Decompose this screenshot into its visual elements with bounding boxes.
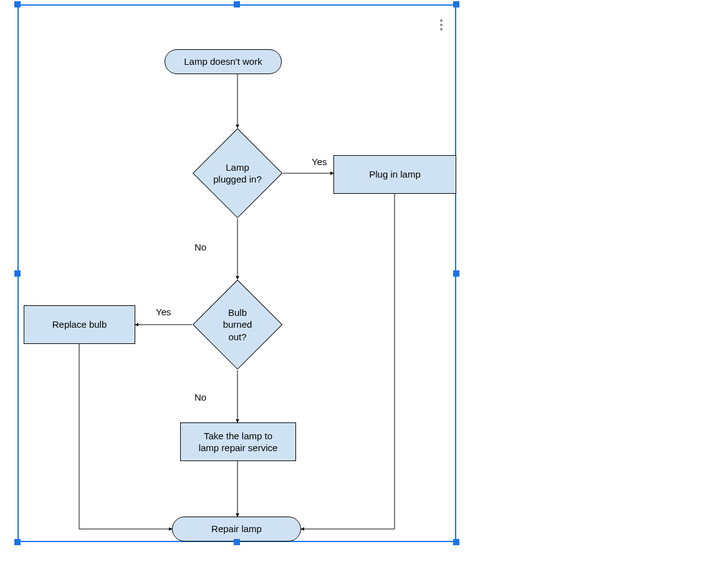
node-text: Lamp plugged in? <box>213 161 262 186</box>
node-text: Lamp doesn't work <box>184 55 262 68</box>
selection-handle-top-left[interactable] <box>14 1 21 7</box>
selection-bounding-box[interactable] <box>17 4 456 542</box>
decision-lamp-plugged-in[interactable]: Lamp plugged in? <box>192 128 283 219</box>
process-replace-bulb[interactable]: Replace bulb <box>24 305 135 344</box>
selection-handle-top-right[interactable] <box>453 1 459 7</box>
node-text: Repair lamp <box>211 523 262 535</box>
process-take-to-repair-service[interactable]: Take the lamp to lamp repair service <box>180 422 296 461</box>
edge-label-bulb-yes: Yes <box>156 307 171 317</box>
edge-label-plugged-yes: Yes <box>312 156 327 167</box>
edge-label-plugged-no: No <box>194 242 206 252</box>
terminator-repair-lamp[interactable]: Repair lamp <box>172 517 301 541</box>
kebab-dot-icon <box>440 24 443 26</box>
process-plug-in-lamp[interactable]: Plug in lamp <box>333 155 456 194</box>
selection-handle-middle-right[interactable] <box>453 270 459 277</box>
terminator-start[interactable]: Lamp doesn't work <box>165 49 282 74</box>
selection-handle-top-center[interactable] <box>234 1 240 7</box>
selection-handle-bottom-left[interactable] <box>14 539 21 545</box>
more-options-button[interactable] <box>438 17 445 32</box>
selection-handle-bottom-center[interactable] <box>234 539 240 545</box>
selection-handle-middle-left[interactable] <box>14 270 21 277</box>
decision-bulb-burned-out[interactable]: Bulb burned out? <box>192 279 283 370</box>
node-text: Replace bulb <box>52 318 107 331</box>
node-text: Take the lamp to lamp repair service <box>199 430 278 454</box>
edge-label-bulb-no: No <box>194 392 206 403</box>
kebab-dot-icon <box>440 28 443 31</box>
selection-handle-bottom-right[interactable] <box>453 539 459 545</box>
kebab-dot-icon <box>440 19 443 22</box>
node-text: Plug in lamp <box>369 168 421 181</box>
node-text: Bulb burned out? <box>223 307 252 343</box>
